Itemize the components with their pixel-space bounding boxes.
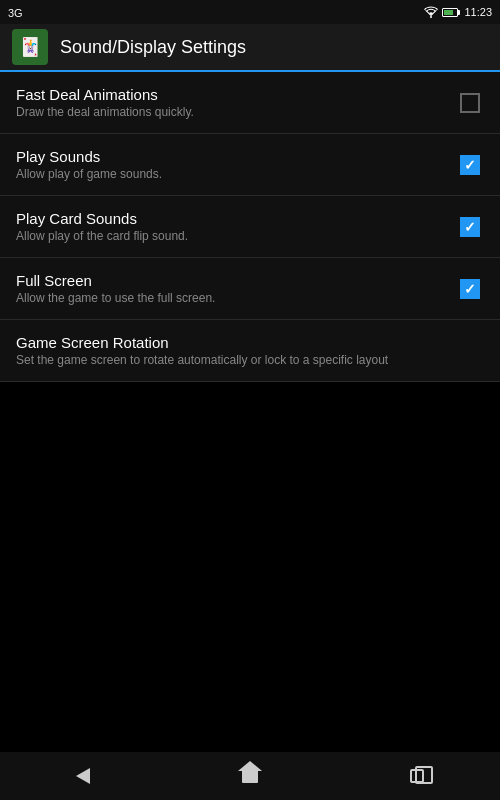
settings-subtitle-fast-deal-animations: Draw the deal animations quickly. xyxy=(16,105,444,119)
settings-title-game-screen-rotation: Game Screen Rotation xyxy=(16,334,472,351)
status-bar: 3G 11:23 xyxy=(0,0,500,24)
settings-item-play-sounds[interactable]: Play SoundsAllow play of game sounds.✓ xyxy=(0,134,500,196)
settings-title-play-sounds: Play Sounds xyxy=(16,148,444,165)
wifi-icon xyxy=(424,6,438,18)
settings-subtitle-play-card-sounds: Allow play of the card flip sound. xyxy=(16,229,444,243)
settings-title-fast-deal-animations: Fast Deal Animations xyxy=(16,86,444,103)
settings-item-fast-deal-animations[interactable]: Fast Deal AnimationsDraw the deal animat… xyxy=(0,72,500,134)
settings-title-full-screen: Full Screen xyxy=(16,272,444,289)
checkbox-checked-icon: ✓ xyxy=(460,279,480,299)
settings-list: Fast Deal AnimationsDraw the deal animat… xyxy=(0,72,500,382)
home-icon xyxy=(242,769,258,783)
recents-button[interactable] xyxy=(387,756,447,796)
settings-subtitle-full-screen: Allow the game to use the full screen. xyxy=(16,291,444,305)
home-button[interactable] xyxy=(220,756,280,796)
settings-subtitle-game-screen-rotation: Set the game screen to rotate automatica… xyxy=(16,353,472,367)
checkbox-unchecked-icon xyxy=(460,93,480,113)
checkbox-fast-deal-animations[interactable] xyxy=(456,89,484,117)
action-bar: 🃏 Sound/Display Settings xyxy=(0,24,500,72)
svg-point-0 xyxy=(430,16,432,18)
checkbox-checked-icon: ✓ xyxy=(460,155,480,175)
back-icon xyxy=(76,768,90,784)
page-title: Sound/Display Settings xyxy=(60,37,246,58)
battery-icon xyxy=(442,8,460,17)
checkbox-play-card-sounds[interactable]: ✓ xyxy=(456,213,484,241)
settings-item-full-screen[interactable]: Full ScreenAllow the game to use the ful… xyxy=(0,258,500,320)
settings-item-game-screen-rotation[interactable]: Game Screen RotationSet the game screen … xyxy=(0,320,500,382)
app-icon: 🃏 xyxy=(12,29,48,65)
time-label: 11:23 xyxy=(464,6,492,18)
recents-icon xyxy=(410,769,424,783)
nav-bar xyxy=(0,752,500,800)
checkbox-checked-icon: ✓ xyxy=(460,217,480,237)
signal-label: 3G xyxy=(8,7,23,19)
back-button[interactable] xyxy=(53,756,113,796)
settings-item-play-card-sounds[interactable]: Play Card SoundsAllow play of the card f… xyxy=(0,196,500,258)
settings-subtitle-play-sounds: Allow play of game sounds. xyxy=(16,167,444,181)
settings-title-play-card-sounds: Play Card Sounds xyxy=(16,210,444,227)
checkbox-full-screen[interactable]: ✓ xyxy=(456,275,484,303)
checkbox-play-sounds[interactable]: ✓ xyxy=(456,151,484,179)
